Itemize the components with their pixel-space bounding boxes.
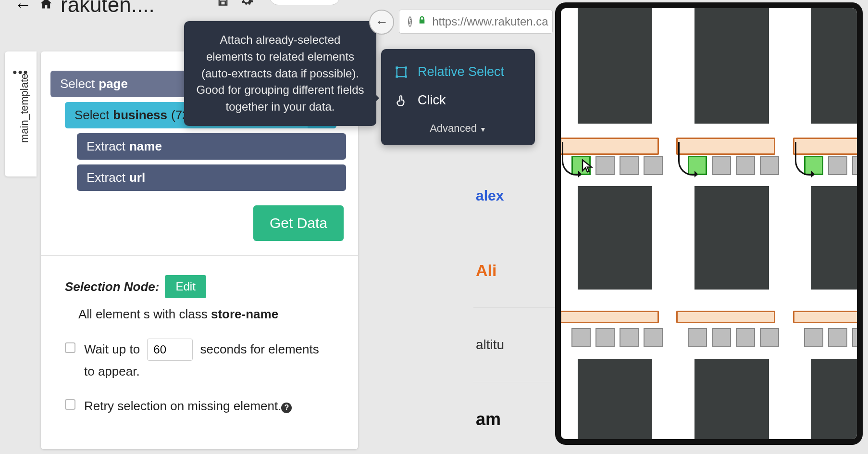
help-icon[interactable]: ?: [281, 403, 292, 413]
diag-img: [694, 8, 769, 124]
topbar-right-icons: [216, 0, 254, 11]
gear-icon[interactable]: [239, 0, 254, 11]
node-extract-name[interactable]: Extract name: [77, 133, 346, 160]
diag-img: [578, 8, 652, 124]
diag-img: [578, 186, 652, 290]
diag-square: [712, 328, 731, 347]
wait-seconds-input[interactable]: [147, 339, 193, 361]
divider: [41, 255, 358, 256]
svg-rect-0: [397, 67, 406, 76]
diag-img: [694, 359, 769, 445]
cursor-icon: [580, 157, 595, 177]
store-list: alex Ali altitu am: [473, 159, 555, 454]
selection-node-label: Selection Node:: [65, 279, 159, 294]
diag-square: [736, 328, 755, 347]
diag-img: [811, 8, 863, 124]
diag-img: [811, 359, 863, 445]
diag-square: [736, 156, 755, 175]
diag-img: [578, 359, 652, 445]
diag-square: [760, 156, 779, 175]
diag-arrow: [795, 142, 814, 176]
selection-section: Selection Node: Edit All element s with …: [50, 275, 344, 416]
page-title: rakuten....: [61, 0, 155, 17]
context-menu: Relative Select Click Advanced▼: [381, 49, 535, 145]
diag-square: [644, 156, 663, 175]
home-icon[interactable]: [39, 0, 53, 13]
diagram-overlay: [555, 2, 863, 445]
browse-toggle[interactable]: BROWSE: [269, 0, 340, 5]
save-icon[interactable]: [216, 0, 230, 10]
diag-square: [852, 328, 863, 347]
diag-square: [712, 156, 731, 175]
diag-orange-bar: [793, 311, 863, 323]
get-data-button[interactable]: Get Data: [253, 205, 344, 241]
store-ali[interactable]: Ali: [473, 233, 555, 308]
wait-checkbox[interactable]: [65, 342, 75, 353]
store-altitu[interactable]: altitu: [473, 308, 555, 382]
back-arrow-icon[interactable]: ←: [14, 0, 32, 15]
diag-img: [811, 186, 863, 290]
diag-square: [620, 156, 639, 175]
lock-icon: [418, 15, 426, 28]
diag-square: [644, 328, 663, 347]
svg-rect-4: [405, 76, 407, 78]
caret-down-icon: ▼: [480, 126, 486, 133]
diag-square: [760, 328, 779, 347]
store-am[interactable]: am: [473, 382, 555, 454]
menu-advanced[interactable]: Advanced▼: [381, 114, 535, 137]
diag-square: [852, 156, 863, 175]
menu-relative-select[interactable]: Relative Select: [381, 58, 535, 86]
menu-click[interactable]: Click: [381, 86, 535, 114]
template-tab[interactable]: ••• main_template: [5, 51, 37, 177]
browser-back-button[interactable]: ←: [369, 10, 394, 35]
tooltip-relative-select: Attach already-selected elements to rela…: [184, 21, 376, 126]
url-text: https://www.rakuten.ca: [432, 15, 548, 28]
edit-button[interactable]: Edit: [165, 275, 206, 298]
template-tab-label: main_template: [18, 74, 31, 143]
diag-square: [595, 156, 615, 175]
info-icon[interactable]: i: [408, 16, 412, 27]
address-bar[interactable]: i https://www.rakuten.ca: [399, 10, 553, 34]
diag-square: [595, 328, 615, 347]
node-select-page[interactable]: Select page: [50, 71, 195, 97]
node-extract-url[interactable]: Extract url: [77, 164, 346, 191]
relative-select-icon: [394, 65, 409, 79]
retry-checkbox[interactable]: [65, 399, 75, 410]
svg-rect-3: [396, 76, 398, 78]
diag-img: [694, 186, 769, 290]
selection-desc: All element s with class store-name: [78, 307, 329, 322]
diag-orange-bar: [676, 311, 775, 323]
diag-square: [620, 328, 639, 347]
diag-square: [828, 156, 847, 175]
diag-square: [828, 328, 847, 347]
diag-orange-bar: [560, 311, 659, 323]
diag-arrow: [678, 142, 697, 176]
store-alex[interactable]: alex: [473, 159, 555, 233]
diag-square: [571, 328, 591, 347]
retry-option-row: Retry selection on missing element.?: [65, 395, 329, 416]
diag-arrow: [562, 142, 581, 176]
diag-square: [804, 328, 823, 347]
wait-option-row: Wait up to seconds for elements to appea…: [65, 339, 329, 382]
diag-square: [688, 328, 707, 347]
click-hand-icon: [394, 94, 409, 107]
svg-rect-1: [396, 66, 398, 69]
svg-rect-2: [405, 66, 407, 69]
